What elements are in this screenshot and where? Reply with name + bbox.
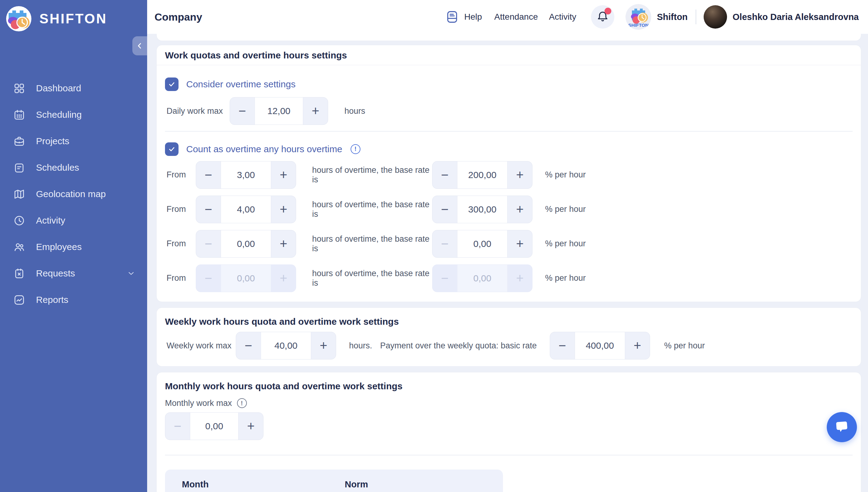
chat-widget-button[interactable] [827,412,857,442]
work-quotas-title: Work quotas and overtime hours settings [165,50,852,60]
increment-button[interactable]: + [271,162,296,189]
work-quotas-card: Work quotas and overtime hours settings … [156,45,861,302]
decrement-button[interactable]: − [236,332,261,359]
overtime-hours-value[interactable]: 4,00 [221,196,271,223]
base-rate-label: hours of overtime, the base rate is [312,200,432,219]
decrement-button[interactable]: − [550,332,574,359]
sidebar-item-activity[interactable]: Activity [0,207,147,234]
sidebar-item-label: Employees [36,242,81,252]
increment-button[interactable]: + [508,196,532,223]
sidebar-item-label: Reports [36,295,68,305]
increment-button[interactable]: + [238,413,263,440]
monthly-quota-card: Monthly work hours quota and overtime wo… [156,372,861,492]
check-icon [168,145,176,153]
increment-button[interactable]: + [303,97,328,125]
daily-work-max-value[interactable]: 12,00 [255,97,303,125]
month-column-header: Month [182,479,345,490]
weekly-row: Weekly work max − 40,00 + hours. Payment… [166,332,852,360]
consider-overtime-label[interactable]: Consider overtime settings [186,79,296,90]
sidebar-item-reports[interactable]: Reports [0,287,147,313]
daily-work-max-stepper: − 12,00 + [230,97,328,125]
decrement-button[interactable]: − [196,162,221,189]
section-divider [165,455,852,456]
overtime-hours-value[interactable]: 0,00 [221,230,271,257]
overtime-rate-rows: From − 3,00 + hours of overtime, the bas… [157,161,861,292]
company-name[interactable]: Shifton [657,12,688,22]
increment-button[interactable]: + [625,332,650,359]
user-name[interactable]: Oleshko Daria Aleksandrovna [732,12,859,22]
overtime-hours-value[interactable]: 3,00 [221,162,271,189]
consider-overtime-checkbox[interactable] [165,77,179,91]
decrement-button[interactable]: − [230,97,255,125]
clock-icon [14,215,25,226]
sidebar-item-dashboard[interactable]: Dashboard [0,75,147,101]
attendance-link[interactable]: Attendance [494,12,538,22]
count-overtime-label[interactable]: Count as overtime any hours overtime [186,144,342,154]
sidebar-collapse-button[interactable] [132,36,147,55]
sidebar-item-scheduling[interactable]: Scheduling [0,101,147,128]
count-overtime-checkbox[interactable] [165,142,179,156]
daily-unit-label: hours [345,106,366,116]
base-rate-label: hours of overtime, the base rate is [312,269,432,288]
sidebar-item-projects[interactable]: Projects [0,128,147,154]
weekly-work-max-label: Weekly work max [166,341,236,350]
increment-button[interactable]: + [271,230,296,257]
sidebar-item-requests[interactable]: Requests [0,260,147,287]
dashboard-icon [14,83,25,94]
info-icon[interactable]: ! [237,398,247,408]
norm-column-header: Norm [345,479,368,490]
help-link[interactable]: Help [445,10,482,24]
decrement-button[interactable]: − [432,196,457,223]
sidebar-item-employees[interactable]: Employees [0,234,147,260]
chat-bubble-icon [833,419,850,436]
weekly-hours-unit: hours. [349,341,372,350]
increment-button[interactable]: + [508,230,532,257]
consider-overtime-row: Consider overtime settings [165,77,852,91]
notifications-button[interactable] [591,5,614,29]
decrement-button[interactable]: − [196,196,221,223]
weekly-payment-label: Payment over the weekly quota: basic rat… [380,341,537,350]
daily-work-max-row: Daily work max − 12,00 + hours [166,97,852,125]
from-label: From [166,170,196,179]
requests-icon [14,268,25,279]
info-icon[interactable]: ! [351,144,360,154]
overtime-hours-stepper: − 0,00 + [196,230,296,258]
rate-unit-label: % per hour [545,204,586,214]
weekly-work-max-stepper: − 40,00 + [236,332,336,360]
monthly-title: Monthly work hours quota and overtime wo… [165,381,852,391]
sidebar-menu: Dashboard Scheduling Projects Schedules [0,75,147,313]
chevron-down-icon [127,269,136,278]
monthly-work-max-value[interactable]: 0,00 [190,413,238,440]
weekly-rate-value[interactable]: 400,00 [574,332,625,359]
overtime-rate-stepper: − 0,00 + [432,230,533,258]
overtime-rate-value[interactable]: 300,00 [457,196,508,223]
increment-button[interactable]: + [508,162,532,189]
svg-text:SHIFTON: SHIFTON [628,22,649,28]
weekly-rate-stepper: − 400,00 + [550,332,650,360]
people-icon [14,241,25,253]
activity-link[interactable]: Activity [549,12,577,22]
overtime-rate-row: From − 3,00 + hours of overtime, the bas… [166,161,852,189]
user-avatar[interactable] [704,5,727,29]
calendar-dots-icon [14,109,25,121]
topbar: Company Help Attendance Activity [147,0,868,34]
overtime-rate-value[interactable]: 0,00 [457,230,508,257]
map-icon [14,189,25,200]
weekly-title: Weekly work hours quota and overtime wor… [165,316,852,327]
page-title: Company [155,11,202,23]
base-rate-label: hours of overtime, the base rate is [312,234,432,253]
increment-button: + [508,265,532,292]
weekly-work-max-value[interactable]: 40,00 [261,332,311,359]
weekly-quota-card: Weekly work hours quota and overtime wor… [156,308,861,367]
monthly-label-row: Monthly work max ! [165,398,852,408]
decrement-button[interactable]: − [432,162,457,189]
increment-button[interactable]: + [271,196,296,223]
sidebar-item-geolocation-map[interactable]: Geolocation map [0,181,147,207]
overtime-rate-value[interactable]: 200,00 [457,162,508,189]
increment-button[interactable]: + [311,332,336,359]
norm-table-header: Month Norm [165,470,503,492]
company-logo[interactable]: SHIFTON [626,4,651,30]
sidebar-item-label: Requests [36,268,75,278]
chevron-left-icon [136,42,144,50]
sidebar-item-schedules[interactable]: Schedules [0,154,147,181]
